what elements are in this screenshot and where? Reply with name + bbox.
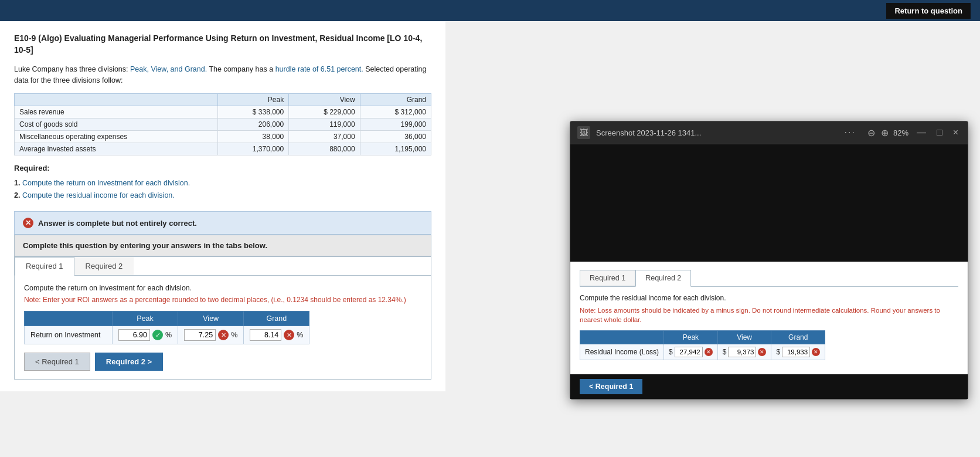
required-item-2: 2. Compute the residual income for each … xyxy=(14,189,431,202)
required-list: 1. Compute the return on investment for … xyxy=(14,177,431,202)
inner-answer-table: Peak View Grand Residual Income (Loss) $ xyxy=(580,330,825,360)
zoom-out-button[interactable]: ⊖ xyxy=(866,127,876,138)
inner-peak-cell: $ ✕ xyxy=(664,344,718,360)
col-peak: Peak xyxy=(217,93,288,106)
error-icon: ✕ xyxy=(23,218,33,228)
inner-description: Compute the residual income for each div… xyxy=(580,294,958,302)
row-misc-peak: 38,000 xyxy=(217,130,288,143)
nav-buttons: < Required 1 Required 2 > xyxy=(24,353,421,371)
row-assets-view: 880,000 xyxy=(289,143,360,155)
required-label: Required: xyxy=(14,164,431,172)
inner-peak-prefix: $ xyxy=(669,348,673,356)
th-peak: Peak xyxy=(113,312,178,326)
inner-tabs-header: Required 1 Required 2 xyxy=(580,270,958,287)
zoom-in-button[interactable]: ⊕ xyxy=(880,127,890,138)
inner-prev-button[interactable]: < Required 1 xyxy=(580,379,642,394)
roi-peak-input[interactable] xyxy=(118,329,150,341)
inner-view-input[interactable] xyxy=(728,347,756,357)
roi-peak-check-icon: ✓ xyxy=(152,330,163,340)
roi-peak-cell: ✓ % xyxy=(113,326,178,344)
answer-banner-text: Answer is complete but not entirely corr… xyxy=(38,219,197,228)
tab1-content: Compute the return on investment for eac… xyxy=(15,276,431,379)
roi-view-input[interactable] xyxy=(184,329,216,341)
inner-grand-prefix: $ xyxy=(776,348,780,356)
roi-row-label: Return on Investment xyxy=(25,326,113,344)
row-misc-grand: 36,000 xyxy=(360,130,431,143)
roi-grand-unit: % xyxy=(297,331,303,339)
roi-grand-x-icon: ✕ xyxy=(284,330,294,340)
answer-banner: ✕ Answer is complete but not entirely co… xyxy=(14,211,431,235)
zoom-controls: ⊖ ⊕ 82% xyxy=(866,127,908,138)
inner-grand-cell: $ ✕ xyxy=(771,344,825,360)
window-close-button[interactable]: × xyxy=(951,127,961,138)
inner-view-x-icon: ✕ xyxy=(758,348,766,356)
tabs-header: Required 1 Required 2 xyxy=(15,257,431,276)
inner-th-view: View xyxy=(717,331,771,344)
top-bar: Return to question xyxy=(0,0,980,21)
window-content: Required 1 Required 2 Compute the residu… xyxy=(570,144,968,399)
window-photo-icon: 🖼 xyxy=(577,126,590,139)
zoom-percent: 82% xyxy=(893,128,908,137)
row-misc-view: 37,000 xyxy=(289,130,360,143)
col-view: View xyxy=(289,93,360,106)
row-sales-revenue-peak: $ 338,000 xyxy=(217,106,288,118)
page-title: E10-9 (Algo) Evaluating Managerial Perfo… xyxy=(14,33,431,56)
roi-view-x-icon: ✕ xyxy=(218,330,229,340)
inner-th-peak: Peak xyxy=(664,331,718,344)
roi-view-cell: ✕ % xyxy=(178,326,244,344)
inner-view-prefix: $ xyxy=(723,348,727,356)
col-grand: Grand xyxy=(360,93,431,106)
row-sales-revenue-label: Sales revenue xyxy=(15,106,218,118)
window-title: Screenshot 2023-11-26 1341... xyxy=(596,128,839,137)
data-table: Peak View Grand Sales revenue $ 338,000 … xyxy=(14,93,431,155)
inner-tab-required-1[interactable]: Required 1 xyxy=(580,270,635,286)
inner-peak-input[interactable] xyxy=(675,347,703,357)
inner-note: Note: Loss amounts should be indicated b… xyxy=(580,306,958,324)
row-sales-revenue-view: $ 229,000 xyxy=(289,106,360,118)
row-assets-grand: 1,195,000 xyxy=(360,143,431,155)
inner-tab-required-2[interactable]: Required 2 xyxy=(635,270,691,287)
row-cogs-label: Cost of goods sold xyxy=(15,118,218,130)
inner-grand-input[interactable] xyxy=(782,347,810,357)
inner-th-empty xyxy=(580,331,664,344)
window-minimize-button[interactable]: — xyxy=(914,127,928,138)
th-view: View xyxy=(178,312,244,326)
inner-view-cell: $ ✕ xyxy=(717,344,771,360)
th-grand: Grand xyxy=(244,312,309,326)
row-cogs-view: 119,000 xyxy=(289,118,360,130)
screenshot-window: 🖼 Screenshot 2023-11-26 1341... ··· ⊖ ⊕ … xyxy=(570,121,968,400)
inner-peak-x-icon: ✕ xyxy=(705,348,713,356)
row-cogs-grand: 199,000 xyxy=(360,118,431,130)
roi-peak-unit: % xyxy=(165,331,172,339)
answer-table-roi: Peak View Grand Return on Investment ✓ xyxy=(24,311,309,344)
tab1-note: Note: Enter your ROI answers as a percen… xyxy=(24,296,421,304)
tab-required-1[interactable]: Required 1 xyxy=(15,257,74,276)
required-item-1: 1. Compute the return on investment for … xyxy=(14,177,431,189)
row-sales-revenue-grand: $ 312,000 xyxy=(360,106,431,118)
next-button[interactable]: Required 2 > xyxy=(95,353,163,371)
problem-text: Luke Company has three divisions: Peak, … xyxy=(14,64,431,86)
row-cogs-peak: 206,000 xyxy=(217,118,288,130)
tab1-description: Compute the return on investment for eac… xyxy=(24,284,421,292)
row-assets-peak: 1,370,000 xyxy=(217,143,288,155)
row-misc-label: Miscellaneous operating expenses xyxy=(15,130,218,143)
window-maximize-button[interactable]: □ xyxy=(934,127,945,138)
window-inner-content: Required 1 Required 2 Compute the residu… xyxy=(570,262,968,374)
window-titlebar: 🖼 Screenshot 2023-11-26 1341... ··· ⊖ ⊕ … xyxy=(570,121,968,144)
inner-grand-x-icon: ✕ xyxy=(812,348,820,356)
roi-grand-cell: ✕ % xyxy=(244,326,309,344)
inner-row-label: Residual Income (Loss) xyxy=(580,344,664,360)
window-dots[interactable]: ··· xyxy=(845,127,856,138)
problem-text-content: Luke Company has three divisions: Peak, … xyxy=(14,65,426,84)
tab-required-2[interactable]: Required 2 xyxy=(74,257,134,275)
prev-button[interactable]: < Required 1 xyxy=(24,353,90,371)
tabs-container: Required 1 Required 2 Compute the return… xyxy=(14,256,431,380)
bottom-clip: < Required 1 xyxy=(570,374,968,399)
main-content: E10-9 (Algo) Evaluating Managerial Perfo… xyxy=(0,21,445,391)
return-to-question-button[interactable]: Return to question xyxy=(886,3,971,19)
th-empty xyxy=(25,312,113,326)
inner-th-grand: Grand xyxy=(771,331,825,344)
roi-view-unit: % xyxy=(231,331,237,339)
roi-grand-input[interactable] xyxy=(250,329,281,341)
complete-box: Complete this question by entering your … xyxy=(14,235,431,256)
